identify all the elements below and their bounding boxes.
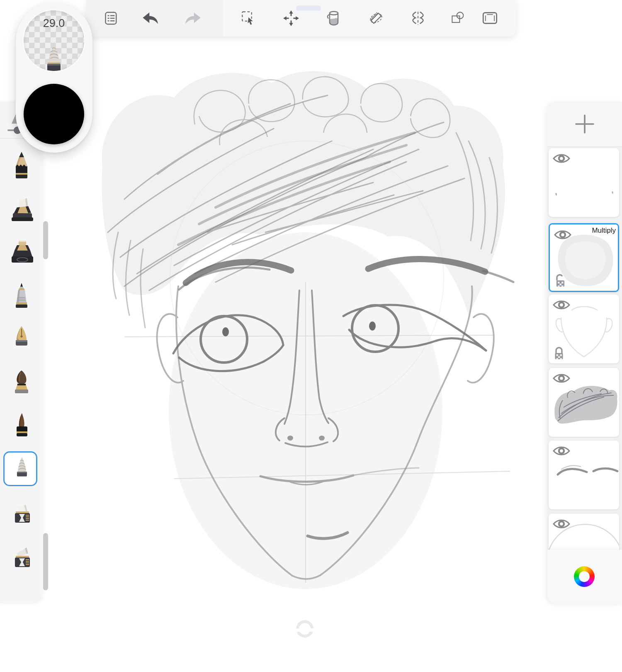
- paint-bucket-icon: [327, 10, 341, 26]
- redo-button[interactable]: [184, 9, 202, 27]
- move-arrows-icon: [283, 10, 299, 26]
- color-wheel-icon[interactable]: [574, 566, 595, 587]
- brush-preview-pill: 29.0: [16, 2, 92, 153]
- fineliner-pen-icon: [8, 281, 35, 312]
- flat-eraser-icon: [8, 501, 35, 532]
- tool-sidebar: [0, 101, 43, 604]
- tool-pencil[interactable]: [0, 149, 43, 183]
- tool-ink-brush[interactable]: [0, 411, 43, 444]
- add-layer-button[interactable]: [574, 113, 595, 135]
- drawing-canvas[interactable]: [75, 62, 531, 606]
- layer-visibility-eye-icon[interactable]: [552, 298, 571, 312]
- undo-arrow-icon: [141, 11, 159, 25]
- tool-blending-stump[interactable]: [0, 452, 43, 485]
- symmetry-tool-button[interactable]: [409, 9, 427, 27]
- brush-size-preview[interactable]: 29.0: [22, 9, 85, 72]
- ruler-tool-button[interactable]: [367, 9, 385, 27]
- tool-scrollbar-lower[interactable]: [43, 533, 48, 590]
- fountain-pen-icon: [8, 324, 35, 356]
- undo-button[interactable]: [141, 9, 159, 27]
- canvas-rotate-handle-icon[interactable]: [296, 620, 313, 638]
- plus-icon: [575, 114, 595, 134]
- rotate-handle-gap: [295, 628, 314, 632]
- layer-visibility-eye-icon[interactable]: [552, 444, 571, 458]
- round-brush-icon: [8, 368, 35, 399]
- rectangle-circle-shapes-icon: [451, 11, 465, 26]
- top-toolbar: [86, 0, 516, 37]
- layers-panel-footer: [547, 550, 622, 604]
- layer-visibility-eye-icon[interactable]: [554, 228, 572, 241]
- pencil-icon: [8, 150, 35, 182]
- current-color-swatch[interactable]: [24, 84, 84, 144]
- layer-blend-mode-label[interactable]: Multiply: [592, 226, 616, 235]
- redo-arrow-icon: [185, 11, 202, 25]
- alpha-lock-unlocked-icon[interactable]: [554, 274, 566, 288]
- select-tool-button[interactable]: [240, 9, 258, 27]
- layer-visibility-eye-icon[interactable]: [552, 152, 571, 165]
- layer-card-3[interactable]: [549, 295, 619, 363]
- tool-fountain-pen[interactable]: [0, 324, 43, 357]
- symmetry-icon: [411, 11, 425, 26]
- brush-tip-icon: [42, 43, 66, 72]
- layers-panel: Multiply: [547, 102, 622, 604]
- list-icon: [104, 12, 118, 25]
- blending-stump-icon: [9, 454, 34, 483]
- layer-visibility-eye-icon[interactable]: [552, 372, 571, 385]
- tool-chisel-marker[interactable]: [0, 195, 43, 228]
- shapes-tool-button[interactable]: [449, 9, 467, 27]
- fill-tool-button[interactable]: [325, 9, 343, 27]
- angled-eraser-icon: [8, 544, 35, 576]
- move-tool-button[interactable]: [282, 9, 300, 27]
- marquee-select-icon: [241, 11, 256, 26]
- brush-size-value: 29.0: [24, 17, 84, 30]
- tool-scrollbar-upper[interactable]: [43, 221, 48, 259]
- canvas-format-button[interactable]: [481, 9, 499, 27]
- layers-panel-header: [547, 102, 622, 147]
- chisel-marker-icon: [8, 196, 35, 227]
- layer-list-button[interactable]: [102, 9, 120, 27]
- ruler-icon: [368, 10, 384, 26]
- color-wheel-center: [579, 571, 590, 582]
- layer-card-4[interactable]: [549, 368, 619, 437]
- alpha-lock-locked-icon[interactable]: [553, 346, 565, 360]
- tool-round-brush[interactable]: [0, 367, 43, 400]
- layer-visibility-eye-icon[interactable]: [552, 517, 571, 531]
- tool-flat-eraser[interactable]: [0, 500, 43, 533]
- canvas-frame-icon: [482, 11, 498, 25]
- wide-marker-icon: [8, 238, 35, 270]
- layer-card-1[interactable]: [549, 148, 619, 217]
- tool-fineliner-pen[interactable]: [0, 280, 43, 313]
- tool-angled-eraser[interactable]: [0, 543, 43, 577]
- layer-card-5[interactable]: [549, 441, 619, 509]
- layer-card-2-selected[interactable]: Multiply: [549, 223, 619, 292]
- ink-brush-icon: [8, 411, 35, 443]
- tool-wide-marker[interactable]: [0, 237, 43, 270]
- layer-card-6[interactable]: [549, 514, 619, 550]
